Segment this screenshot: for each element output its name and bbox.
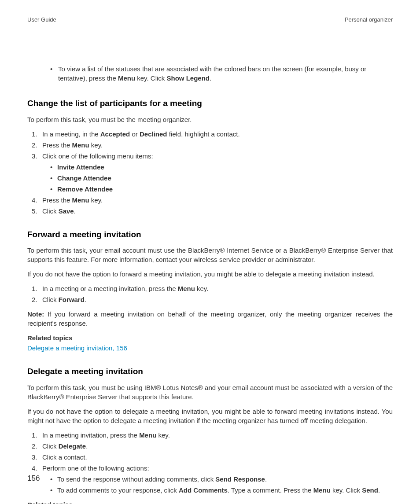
page-header: User Guide Personal organizer xyxy=(27,16,393,24)
text: . xyxy=(85,296,86,303)
text: Click one of the following menu items: xyxy=(42,152,153,160)
menu-item: Invite Attendee xyxy=(50,162,393,172)
text: key. Click xyxy=(331,486,362,494)
text: key. Click xyxy=(135,74,166,82)
text: To add comments to your response, click xyxy=(57,486,179,494)
bold: Change Attendee xyxy=(57,174,111,182)
text: . xyxy=(74,207,76,215)
text: Click xyxy=(42,296,59,303)
steps-list: In a meeting or a meeting invitation, pr… xyxy=(32,284,393,304)
related-topics-label: Related topics xyxy=(27,333,393,342)
text: key. xyxy=(195,285,209,292)
text: field, highlight a contact. xyxy=(167,130,240,138)
actions-list: To send the response without adding comm… xyxy=(50,475,393,495)
status-legend-bullet: To view a list of the statuses that are … xyxy=(50,64,393,83)
bold: Delegate xyxy=(59,442,86,450)
heading-change-participants: Change the list of participants for a me… xyxy=(27,98,393,110)
text: key. xyxy=(156,431,170,439)
bold: Send xyxy=(362,486,378,494)
text: Perform one of the following actions: xyxy=(42,464,149,472)
bold: Declined xyxy=(140,130,167,138)
text: In a meeting, in the xyxy=(42,130,100,138)
paragraph: To perform this task, you must be using … xyxy=(27,383,393,401)
steps-list: In a meeting invitation, press the Menu … xyxy=(32,430,393,495)
header-right: Personal organizer xyxy=(345,16,393,24)
section-forward-invitation: Forward a meeting invitation To perform … xyxy=(27,229,393,353)
note-label: Note: xyxy=(27,310,44,318)
bold: Menu xyxy=(178,285,195,292)
action-item: To add comments to your response, click … xyxy=(50,486,393,495)
bold: Save xyxy=(59,207,74,215)
heading-delegate-invitation: Delegate a meeting invitation xyxy=(27,366,393,378)
menu-item: Remove Attendee xyxy=(50,184,393,194)
bold: Menu xyxy=(313,486,331,494)
paragraph: To perform this task, your email account… xyxy=(27,246,393,264)
step: Click Forward. xyxy=(32,295,393,304)
text: key. xyxy=(89,141,103,149)
steps-list: In a meeting, in the Accepted or Decline… xyxy=(32,129,393,216)
text: . Type a comment. Press the xyxy=(228,486,313,494)
section-change-participants: Change the list of participants for a me… xyxy=(27,98,393,216)
paragraph: If you do not have the option to forward… xyxy=(27,269,393,279)
step: Perform one of the following actions: To… xyxy=(32,464,393,495)
link-delegate-invitation[interactable]: Delegate a meeting invitation, 156 xyxy=(27,343,393,353)
show-legend-label: Show Legend xyxy=(166,74,210,82)
text: . xyxy=(210,74,211,82)
section-delegate-invitation: Delegate a meeting invitation To perform… xyxy=(27,366,393,504)
bold: Remove Attendee xyxy=(57,185,113,193)
action-item: To send the response without adding comm… xyxy=(50,475,393,484)
intro-text: To perform this task, you must be the me… xyxy=(27,115,393,124)
bold: Accepted xyxy=(100,130,130,138)
note-paragraph: Note: If you forward a meeting invitatio… xyxy=(27,309,393,328)
text: In a meeting invitation, press the xyxy=(42,431,139,439)
header-left: User Guide xyxy=(27,16,56,24)
step: In a meeting invitation, press the Menu … xyxy=(32,430,393,440)
step: Click Delegate. xyxy=(32,441,393,451)
text: . xyxy=(86,442,88,450)
text: Click xyxy=(42,207,59,215)
text: Click xyxy=(42,442,59,450)
text: Press the xyxy=(42,196,72,204)
bold: Menu xyxy=(72,141,89,149)
text: In a meeting or a meeting invitation, pr… xyxy=(42,285,178,292)
text: Press the xyxy=(42,141,72,149)
step: Press the Menu key. xyxy=(32,140,393,150)
related-topics-label: Related topics xyxy=(27,500,393,504)
text: key. xyxy=(89,196,103,204)
step: In a meeting or a meeting invitation, pr… xyxy=(32,284,393,293)
menu-key-label: Menu xyxy=(118,74,135,82)
text: To send the response without adding comm… xyxy=(57,475,215,483)
menu-item: Change Attendee xyxy=(50,173,393,183)
text: . xyxy=(265,475,267,483)
text: To view a list of the statuses that are … xyxy=(58,65,366,82)
step: Click a contact. xyxy=(32,452,393,462)
paragraph: If you do not have the option to delegat… xyxy=(27,407,393,425)
bold: Menu xyxy=(139,431,156,439)
menu-items-list: Invite Attendee Change Attendee Remove A… xyxy=(50,162,393,194)
bold: Forward xyxy=(59,296,85,303)
page-number: 156 xyxy=(27,473,40,484)
step: Click one of the following menu items: I… xyxy=(32,151,393,194)
heading-forward-invitation: Forward a meeting invitation xyxy=(27,229,393,241)
step: In a meeting, in the Accepted or Decline… xyxy=(32,129,393,139)
bold: Menu xyxy=(72,196,89,204)
text: or xyxy=(130,130,140,138)
step: Click Save. xyxy=(32,206,393,216)
bold: Invite Attendee xyxy=(57,163,104,171)
note-text: If you forward a meeting invitation on b… xyxy=(27,310,393,327)
text: . xyxy=(378,486,380,494)
bold: Add Comments xyxy=(179,486,228,494)
step: Press the Menu key. xyxy=(32,195,393,205)
bold: Send Response xyxy=(215,475,265,483)
